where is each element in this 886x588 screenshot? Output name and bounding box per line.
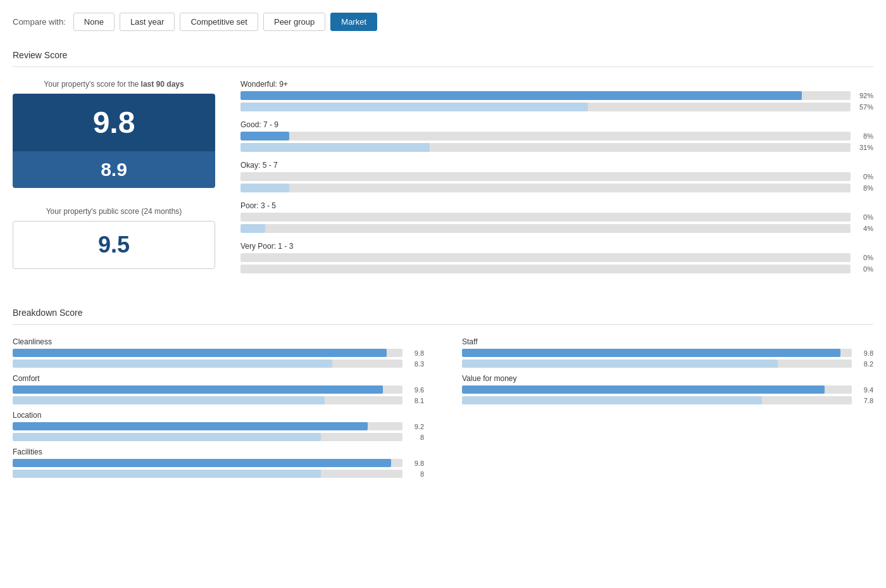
breakdown-value-label: Value for money bbox=[462, 374, 873, 383]
breakdown-track bbox=[13, 396, 402, 404]
bar-pct: 31% bbox=[856, 144, 873, 151]
bar-track bbox=[240, 91, 851, 100]
breakdown-bar-row: 8.3 bbox=[13, 360, 424, 368]
compare-btn-market[interactable]: Market bbox=[330, 13, 377, 31]
bar-track bbox=[240, 265, 851, 273]
rating-label-verypoor: Very Poor: 1 - 3 bbox=[240, 242, 873, 251]
rating-label-okay: Okay: 5 - 7 bbox=[240, 161, 873, 170]
breakdown-score: 9.4 bbox=[857, 386, 873, 394]
bar-row-poor-2: 4% bbox=[240, 224, 873, 233]
rating-group-wonderful: Wonderful: 9+ 92% 57% bbox=[240, 80, 873, 111]
rating-label-good: Good: 7 - 9 bbox=[240, 120, 873, 129]
breakdown-bar-row: 9.8 bbox=[13, 459, 424, 467]
breakdown-fill-light bbox=[462, 360, 778, 368]
breakdown-track bbox=[462, 396, 852, 404]
breakdown-divider bbox=[13, 324, 873, 325]
bar-pct: 0% bbox=[856, 254, 873, 261]
breakdown-score: 8.1 bbox=[408, 397, 424, 404]
bar-pct: 57% bbox=[856, 103, 873, 111]
score-public: 9.5 bbox=[13, 221, 215, 269]
rating-group-verypoor: Very Poor: 1 - 3 0% 0% bbox=[240, 242, 873, 273]
compare-btn-peer-group[interactable]: Peer group bbox=[263, 13, 325, 31]
compare-bar: Compare with: None Last year Competitive… bbox=[13, 13, 873, 31]
breakdown-fill-light bbox=[13, 470, 321, 478]
breakdown-cleanliness: Cleanliness 9.8 8.3 bbox=[13, 337, 424, 368]
breakdown-fill-light bbox=[13, 433, 321, 441]
bar-fill-light bbox=[240, 103, 588, 111]
bar-row-good-2: 31% bbox=[240, 143, 873, 152]
breakdown-score: 9.8 bbox=[408, 460, 424, 467]
bar-track bbox=[240, 184, 851, 192]
review-score-section: Review Score Your property's score for t… bbox=[13, 50, 873, 282]
compare-btn-competitive-set[interactable]: Competitive set bbox=[180, 13, 258, 31]
breakdown-track bbox=[13, 385, 402, 394]
breakdown-bar-row: 9.8 bbox=[462, 349, 873, 357]
breakdown-value-for-money: Value for money 9.4 7.8 bbox=[462, 374, 873, 404]
breakdown-track bbox=[462, 385, 852, 394]
bar-track bbox=[240, 172, 851, 181]
breakdown-score: 9.8 bbox=[408, 349, 424, 357]
review-score-divider bbox=[13, 66, 873, 67]
breakdown-bar-row: 9.6 bbox=[13, 385, 424, 394]
breakdown-location: Location 9.2 8 bbox=[13, 411, 424, 441]
breakdown-bar-row: 8 bbox=[13, 470, 424, 478]
breakdown-score: 8 bbox=[408, 434, 424, 441]
score-caption-bold: last 90 days bbox=[141, 80, 184, 89]
compare-btn-last-year[interactable]: Last year bbox=[120, 13, 175, 31]
score-cards: Your property's score for the last 90 da… bbox=[13, 80, 215, 282]
breakdown-score: 8 bbox=[408, 470, 424, 478]
bar-fill-light bbox=[240, 224, 265, 233]
breakdown-col-left: Cleanliness 9.8 8.3 Comfort bbox=[13, 337, 424, 484]
breakdown-score: 8.2 bbox=[857, 360, 873, 368]
breakdown-staff: Staff 9.8 8.2 bbox=[462, 337, 873, 368]
breakdown-fill-light bbox=[13, 360, 332, 368]
breakdown-bar-row: 9.8 bbox=[13, 349, 424, 357]
breakdown-score: 8.3 bbox=[408, 360, 424, 368]
breakdown-track bbox=[462, 349, 852, 357]
breakdown-staff-label: Staff bbox=[462, 337, 873, 346]
breakdown-fill-blue bbox=[13, 459, 391, 467]
bar-row-okay-1: 0% bbox=[240, 172, 873, 181]
score-public-caption: Your property's public score (24 months) bbox=[13, 207, 215, 216]
breakdown-col-right: Staff 9.8 8.2 Value for money bbox=[462, 337, 873, 484]
breakdown-track bbox=[13, 360, 402, 368]
bar-track bbox=[240, 103, 851, 111]
bar-row-okay-2: 8% bbox=[240, 184, 873, 192]
bar-pct: 0% bbox=[856, 265, 873, 273]
breakdown-track bbox=[13, 433, 402, 441]
breakdown-bar-row: 7.8 bbox=[462, 396, 873, 404]
breakdown-bar-row: 8 bbox=[13, 433, 424, 441]
bar-fill-blue bbox=[240, 91, 802, 100]
breakdown-score: 7.8 bbox=[857, 397, 873, 404]
bar-row-wonderful-2: 57% bbox=[240, 103, 873, 111]
score-caption: Your property's score for the last 90 da… bbox=[13, 80, 215, 89]
breakdown-track bbox=[13, 459, 402, 467]
rating-label-wonderful: Wonderful: 9+ bbox=[240, 80, 873, 89]
breakdown-track bbox=[462, 360, 852, 368]
rating-group-poor: Poor: 3 - 5 0% 4% bbox=[240, 201, 873, 233]
bar-pct: 8% bbox=[856, 132, 873, 140]
score-secondary: 8.9 bbox=[13, 151, 215, 188]
bar-fill-light bbox=[240, 143, 430, 152]
breakdown-fill-blue bbox=[13, 422, 368, 430]
bar-row-wonderful-1: 92% bbox=[240, 91, 873, 100]
bar-track bbox=[240, 224, 851, 233]
breakdown-bar-row: 8.2 bbox=[462, 360, 873, 368]
bar-row-good-1: 8% bbox=[240, 132, 873, 141]
breakdown-location-label: Location bbox=[13, 411, 424, 420]
breakdown-cleanliness-label: Cleanliness bbox=[13, 337, 424, 346]
score-main: 9.8 bbox=[13, 94, 215, 151]
bar-pct: 0% bbox=[856, 213, 873, 221]
rating-bars: Wonderful: 9+ 92% 57% Good: 7 - 9 bbox=[240, 80, 873, 282]
breakdown-fill-blue bbox=[462, 349, 840, 357]
breakdown-fill-light bbox=[462, 396, 762, 404]
breakdown-fill-light bbox=[13, 396, 325, 404]
bar-pct: 92% bbox=[856, 92, 873, 99]
breakdown-facilities: Facilities 9.8 8 bbox=[13, 447, 424, 478]
rating-group-okay: Okay: 5 - 7 0% 8% bbox=[240, 161, 873, 192]
compare-btn-none[interactable]: None bbox=[73, 13, 115, 31]
bar-fill-blue bbox=[240, 132, 289, 141]
review-score-title: Review Score bbox=[13, 50, 873, 60]
breakdown-section: Breakdown Score Cleanliness 9.8 8.3 bbox=[13, 308, 873, 484]
breakdown-fill-blue bbox=[13, 385, 383, 394]
